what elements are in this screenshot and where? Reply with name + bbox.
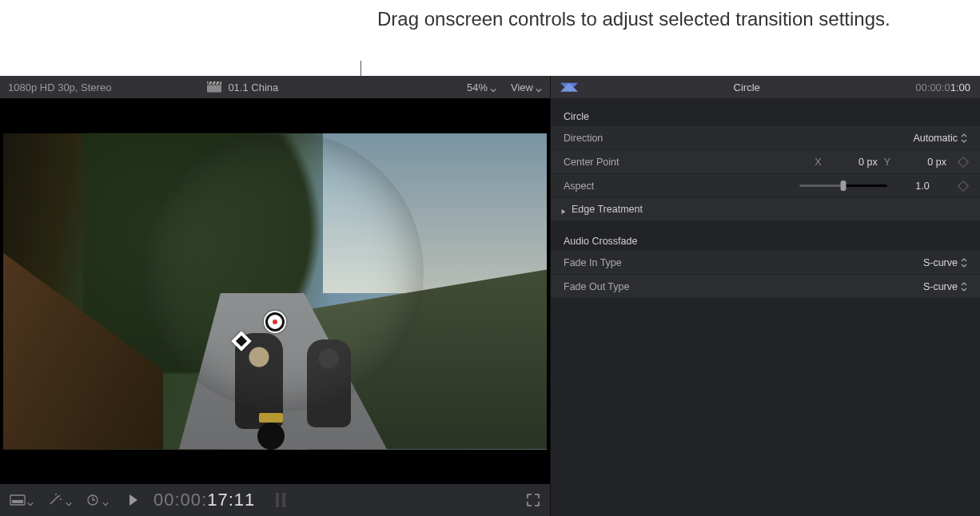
fade-out-popup[interactable]: S-curve <box>923 281 967 292</box>
section-circle-header: Circle <box>551 105 980 125</box>
param-label: Direction <box>564 133 667 144</box>
updown-icon <box>961 258 967 268</box>
param-label: Fade In Type <box>564 257 667 268</box>
chevron-down-icon <box>536 84 542 90</box>
view-label: View <box>511 81 533 93</box>
popup-value: S-curve <box>923 257 958 268</box>
param-label: Aspect <box>564 181 667 192</box>
zoom-popup[interactable]: 54% <box>467 81 496 93</box>
param-label: Edge Treatment <box>572 204 643 215</box>
svg-rect-12 <box>276 493 279 507</box>
svg-rect-0 <box>207 85 221 93</box>
effects-popup[interactable] <box>48 494 72 506</box>
duration-emphasis: 1:00 <box>950 81 970 93</box>
wand-icon <box>48 494 64 506</box>
y-value-field[interactable]: 0 px <box>897 157 946 168</box>
timecode-prefix: 00:00: <box>153 490 207 510</box>
transition-icon[interactable] <box>560 81 578 93</box>
center-point-handle[interactable] <box>264 311 286 333</box>
aspect-value-field[interactable]: 1.0 <box>898 181 946 192</box>
popup-value: S-curve <box>923 281 958 292</box>
param-edge-treatment[interactable]: Edge Treatment <box>551 197 980 221</box>
chevron-down-icon <box>27 497 34 503</box>
param-label: Fade Out Type <box>564 281 667 292</box>
clapper-icon <box>207 81 221 93</box>
zoom-value: 54% <box>467 81 488 93</box>
audio-meter[interactable] <box>274 491 289 509</box>
retime-popup[interactable] <box>86 494 109 506</box>
svg-rect-13 <box>282 493 285 507</box>
updown-icon <box>961 133 967 143</box>
param-fade-out: Fade Out Type S-curve <box>551 274 980 298</box>
app-window: 1080p HD 30p, Stereo 01.1 China 54% View <box>0 76 980 516</box>
svg-point-10 <box>55 494 57 495</box>
fullscreen-icon <box>526 493 540 507</box>
inspector-title: Circle <box>578 81 915 93</box>
play-icon <box>128 494 139 506</box>
chevron-down-icon <box>66 497 72 503</box>
svg-point-8 <box>58 495 60 497</box>
layout-popup[interactable] <box>10 494 34 506</box>
section-audio-header: Audio Crossfade <box>551 229 980 250</box>
viewer-canvas[interactable] <box>0 98 550 484</box>
keyframe-button[interactable] <box>958 156 969 167</box>
transition-circle-overlay[interactable] <box>144 132 424 411</box>
param-fade-in: Fade In Type S-curve <box>551 250 980 274</box>
keyframe-button[interactable] <box>958 180 969 191</box>
clip-name-text: 01.1 China <box>228 81 278 93</box>
viewer-toolbar: 00:00:17:11 <box>0 484 550 516</box>
svg-point-9 <box>60 498 62 500</box>
inspector-header: Circle 00:00:01:00 <box>551 76 980 98</box>
fullscreen-button[interactable] <box>526 493 540 507</box>
popup-value: Automatic <box>913 133 958 144</box>
y-label: Y <box>884 157 890 168</box>
param-direction: Direction Automatic <box>551 125 980 149</box>
param-center-point: Center Point X 0 px Y 0 px <box>551 149 980 173</box>
annotation-callout: Drag onscreen controls to adjust selecte… <box>377 6 890 32</box>
x-value-field[interactable]: 0 px <box>828 157 878 168</box>
inspector-duration[interactable]: 00:00:01:00 <box>915 81 970 93</box>
duration-prefix: 00:00:0 <box>915 81 950 93</box>
audio-meter-icon <box>274 491 289 509</box>
param-label: Center Point <box>564 157 667 168</box>
clip-title[interactable]: 01.1 China <box>207 81 278 93</box>
updown-icon <box>961 282 967 292</box>
aspect-slider[interactable] <box>799 185 887 187</box>
retime-icon <box>86 494 101 506</box>
chevron-down-icon <box>490 84 496 90</box>
view-popup[interactable]: View <box>511 81 542 93</box>
inspector-body: Circle Direction Automatic Center Point … <box>551 98 980 304</box>
video-format-label: 1080p HD 30p, Stereo <box>8 81 111 93</box>
disclosure-triangle-icon <box>560 206 567 212</box>
svg-rect-7 <box>12 500 23 503</box>
viewer-panel: 1080p HD 30p, Stereo 01.1 China 54% View <box>0 76 551 516</box>
layout-icon <box>10 494 26 506</box>
timecode-emphasis: 17:11 <box>207 490 255 510</box>
viewer-header: 1080p HD 30p, Stereo 01.1 China 54% View <box>0 76 550 98</box>
fade-in-popup[interactable]: S-curve <box>923 257 967 268</box>
viewer-timecode[interactable]: 00:00:17:11 <box>153 490 255 510</box>
x-label: X <box>815 157 821 168</box>
chevron-down-icon <box>102 497 109 503</box>
param-aspect: Aspect 1.0 <box>551 173 980 197</box>
play-button[interactable] <box>128 494 139 506</box>
direction-popup[interactable]: Automatic <box>913 133 967 144</box>
inspector-panel: Circle 00:00:01:00 Circle Direction Auto… <box>551 76 980 516</box>
